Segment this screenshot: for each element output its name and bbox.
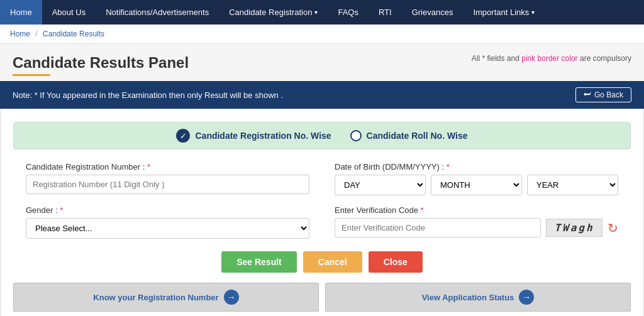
gender-label: Gender : *	[26, 205, 309, 215]
know-registration-button[interactable]: Know your Registration Number →	[13, 283, 319, 312]
page-title: Candidate Results Panel	[13, 54, 189, 76]
form-grid: Candidate Registration Number : * Date o…	[13, 162, 631, 239]
captcha-group: Enter Verification Code * TWagh ↻	[335, 205, 618, 239]
captcha-row: TWagh ↻	[335, 218, 618, 237]
nav-rti[interactable]: RTI	[369, 0, 402, 25]
nav-home[interactable]: Home	[0, 0, 42, 25]
view-application-status-button[interactable]: View Application Status →	[325, 283, 631, 312]
toggle-reg-label: Candidate Registration No. Wise	[195, 131, 331, 141]
breadcrumb-separator: /	[35, 30, 37, 38]
nav-notifications[interactable]: Notifications/Advertisements	[96, 0, 219, 25]
gender-group: Gender : * Please Select... Male Female …	[26, 205, 309, 239]
dob-row: DAY MONTH YEAR	[335, 175, 618, 195]
arrow-right-icon: →	[224, 290, 239, 305]
refresh-captcha-icon[interactable]: ↻	[608, 221, 618, 236]
main-card: ✓ Candidate Registration No. Wise Candid…	[0, 109, 644, 316]
captcha-label: Enter Verification Code *	[335, 205, 618, 215]
note-text: Note: * If You appeared in the Examinati…	[13, 90, 283, 100]
check-circle-icon: ✓	[176, 129, 190, 143]
toggle-roll-wise[interactable]: Candidate Roll No. Wise	[350, 130, 468, 141]
required-star: *	[147, 162, 150, 172]
arrow-right-icon: →	[519, 290, 534, 305]
required-star: *	[421, 205, 424, 215]
page-header: Candidate Results Panel All * fields and…	[0, 44, 644, 81]
nav-important-links[interactable]: Important Links ▾	[463, 0, 545, 25]
nav-grievances[interactable]: Grievances	[402, 0, 464, 25]
breadcrumb-home[interactable]: Home	[10, 30, 30, 38]
note-bar: Note: * If You appeared in the Examinati…	[0, 81, 644, 109]
cancel-button[interactable]: Cancel	[303, 251, 362, 273]
dropdown-arrow-icon: ▾	[531, 9, 535, 16]
main-nav: Home About Us Notifications/Advertisemen…	[0, 0, 644, 25]
close-button[interactable]: Close	[369, 251, 423, 273]
toggle-row: ✓ Candidate Registration No. Wise Candid…	[13, 122, 631, 150]
buttons-row: See Result Cancel Close	[13, 251, 631, 273]
radio-circle-icon	[350, 130, 362, 141]
toggle-roll-label: Candidate Roll No. Wise	[367, 131, 468, 141]
captcha-input[interactable]	[335, 218, 541, 237]
go-back-icon: ⮨	[584, 90, 591, 99]
nav-faqs[interactable]: FAQs	[328, 0, 369, 25]
nav-about[interactable]: About Us	[42, 0, 96, 25]
dob-month-select[interactable]: MONTH	[431, 175, 522, 195]
dob-year-select[interactable]: YEAR	[527, 175, 618, 195]
required-star: *	[447, 162, 450, 172]
toggle-reg-wise[interactable]: ✓ Candidate Registration No. Wise	[176, 129, 331, 143]
nav-candidate-reg[interactable]: Candidate Registration ▾	[219, 0, 328, 25]
breadcrumb-current: Candidate Results	[43, 30, 104, 38]
required-star: *	[60, 205, 63, 215]
gender-select[interactable]: Please Select... Male Female Other	[26, 218, 309, 239]
go-back-button[interactable]: ⮨ Go Back	[575, 87, 631, 102]
reg-number-input[interactable]	[26, 175, 309, 194]
captcha-image: TWagh	[546, 219, 602, 237]
see-result-button[interactable]: See Result	[221, 251, 297, 273]
reg-number-group: Candidate Registration Number : *	[26, 162, 309, 195]
bottom-links: Know your Registration Number → View App…	[13, 283, 631, 312]
dropdown-arrow-icon: ▾	[314, 9, 318, 16]
reg-number-label: Candidate Registration Number : *	[26, 162, 309, 172]
dob-day-select[interactable]: DAY	[335, 175, 426, 195]
required-note: All * fields and pink border color are c…	[472, 54, 631, 63]
dob-label: Date of Birth (DD/MM/YYYY) : *	[335, 162, 618, 172]
dob-group: Date of Birth (DD/MM/YYYY) : * DAY MONTH…	[335, 162, 618, 195]
breadcrumb: Home / Candidate Results	[0, 25, 644, 44]
